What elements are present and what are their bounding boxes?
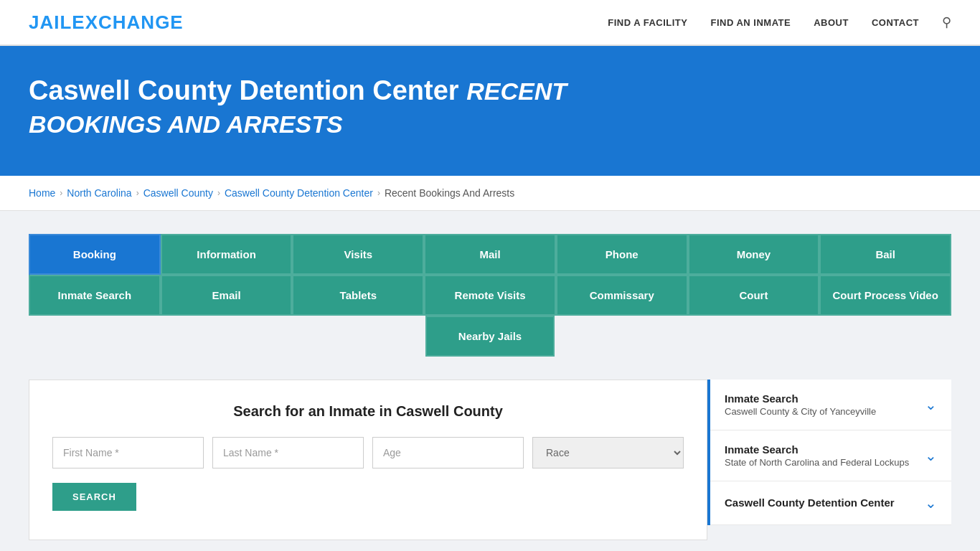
nav-buttons-row2: Inmate Search Email Tablets Remote Visit… <box>29 275 951 316</box>
search-button[interactable]: SEARCH <box>52 483 136 511</box>
search-box: Search for an Inmate in Caswell County R… <box>29 380 707 540</box>
hero-section: Caswell County Detention Center RECENT B… <box>0 46 980 176</box>
breadcrumb-sep-2: › <box>136 188 139 198</box>
last-name-input[interactable] <box>212 437 364 468</box>
breadcrumb-county[interactable]: Caswell County <box>143 187 213 199</box>
btn-commissary[interactable]: Commissary <box>556 275 688 316</box>
search-icon[interactable]: ⚲ <box>942 14 951 30</box>
sidebar-item-1-title: Inmate Search <box>725 392 876 405</box>
btn-bail[interactable]: Bail <box>819 234 951 275</box>
site-header: JAILEXCHANGE FIND A FACILITY FIND AN INM… <box>0 0 980 46</box>
btn-nearby-jails[interactable]: Nearby Jails <box>425 316 555 357</box>
nav-find-inmate[interactable]: FIND AN INMATE <box>710 17 791 28</box>
nav-contact[interactable]: CONTACT <box>872 17 919 28</box>
breadcrumb-sep-3: › <box>217 188 220 198</box>
nav-buttons-row1: Booking Information Visits Mail Phone Mo… <box>29 234 951 275</box>
btn-inmate-search[interactable]: Inmate Search <box>29 275 161 316</box>
breadcrumb-home[interactable]: Home <box>29 187 55 199</box>
breadcrumb: Home › North Carolina › Caswell County ›… <box>29 187 951 199</box>
page-title: Caswell County Detention Center RECENT B… <box>29 75 674 140</box>
btn-court[interactable]: Court <box>688 275 820 316</box>
nav-find-facility[interactable]: FIND A FACILITY <box>608 17 687 28</box>
main-content: Booking Information Visits Mail Phone Mo… <box>0 211 980 551</box>
nav-buttons-section: Booking Information Visits Mail Phone Mo… <box>29 234 951 357</box>
logo-exchange: EXCHANGE <box>72 11 183 33</box>
chevron-down-icon-2: ⌄ <box>925 447 937 464</box>
sidebar: Inmate Search Caswell County & City of Y… <box>707 380 951 525</box>
nav-about[interactable]: ABOUT <box>814 17 849 28</box>
sidebar-item-3[interactable]: Caswell County Detention Center ⌄ <box>710 481 951 525</box>
sidebar-item-2-sub: State of North Carolina and Federal Lock… <box>725 457 909 468</box>
btn-money[interactable]: Money <box>688 234 820 275</box>
logo-jail: JAIL <box>29 11 72 33</box>
sidebar-item-2[interactable]: Inmate Search State of North Carolina an… <box>710 430 951 481</box>
btn-tablets[interactable]: Tablets <box>292 275 424 316</box>
sidebar-item-1[interactable]: Inmate Search Caswell County & City of Y… <box>710 380 951 430</box>
btn-email[interactable]: Email <box>161 275 293 316</box>
nav-buttons-row3: Nearby Jails <box>29 316 951 357</box>
breadcrumb-sep-1: › <box>60 188 62 198</box>
first-name-input[interactable] <box>52 437 204 468</box>
search-title: Search for an Inmate in Caswell County <box>52 403 684 420</box>
site-logo[interactable]: JAILEXCHANGE <box>29 11 184 34</box>
chevron-down-icon-1: ⌄ <box>925 396 937 413</box>
breadcrumb-bar: Home › North Carolina › Caswell County ›… <box>0 176 980 211</box>
sidebar-item-3-title: Caswell County Detention Center <box>725 496 895 509</box>
btn-booking[interactable]: Booking <box>29 234 161 275</box>
breadcrumb-sep-4: › <box>377 188 380 198</box>
btn-mail[interactable]: Mail <box>424 234 556 275</box>
race-select[interactable]: Race White Black Hispanic Asian Other <box>532 437 684 468</box>
btn-visits[interactable]: Visits <box>292 234 424 275</box>
main-nav: FIND A FACILITY FIND AN INMATE ABOUT CON… <box>608 14 951 30</box>
age-input[interactable] <box>372 437 524 468</box>
search-fields: Race White Black Hispanic Asian Other <box>52 437 684 468</box>
btn-phone[interactable]: Phone <box>556 234 688 275</box>
sidebar-item-2-title: Inmate Search <box>725 443 909 456</box>
breadcrumb-current: Recent Bookings And Arrests <box>385 187 514 199</box>
bottom-section: Search for an Inmate in Caswell County R… <box>29 380 951 540</box>
btn-information[interactable]: Information <box>161 234 293 275</box>
sidebar-item-1-sub: Caswell County & City of Yanceyville <box>725 406 876 417</box>
chevron-down-icon-3: ⌄ <box>925 494 937 512</box>
breadcrumb-facility[interactable]: Caswell County Detention Center <box>225 187 373 199</box>
btn-court-process-video[interactable]: Court Process Video <box>819 275 951 316</box>
btn-remote-visits[interactable]: Remote Visits <box>424 275 556 316</box>
breadcrumb-nc[interactable]: North Carolina <box>67 187 131 199</box>
